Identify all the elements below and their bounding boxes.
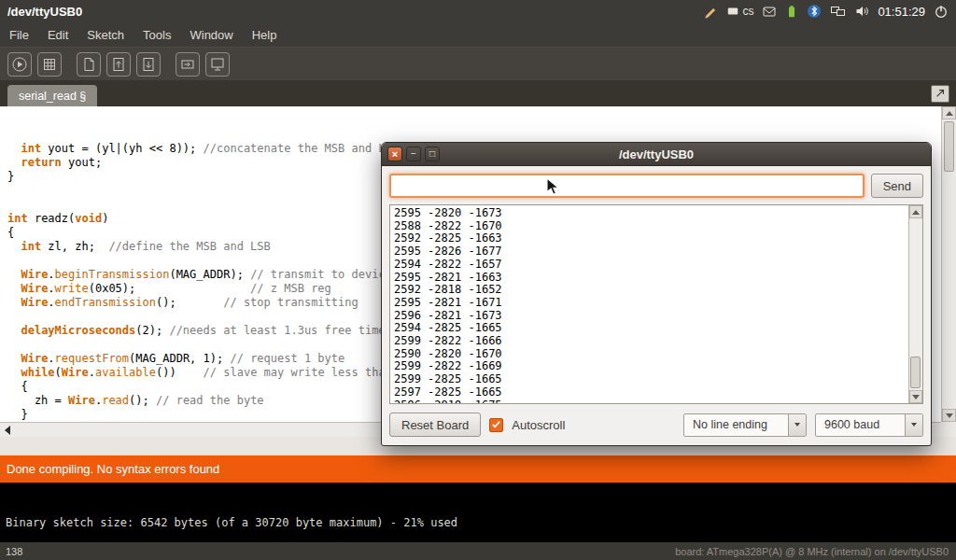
serial-monitor-controls: Reset Board Autoscroll No line ending 96… — [389, 412, 923, 438]
tab-menu-button[interactable] — [931, 85, 949, 103]
keyboard-layout-label: cs — [742, 5, 753, 18]
editor-vertical-scrollbar[interactable] — [941, 106, 956, 422]
verify-button[interactable] — [7, 52, 32, 77]
serial-monitor-window: × − □ /dev/ttyUSB0 Send 2595 -2820 -1673… — [381, 142, 932, 446]
new-sketch-button[interactable] — [77, 52, 101, 77]
serial-scrollbar[interactable] — [908, 205, 922, 403]
editor-vscroll-thumb[interactable] — [944, 121, 954, 172]
close-icon: × — [392, 149, 398, 160]
serial-monitor-button[interactable] — [205, 52, 230, 77]
network-icon[interactable] — [830, 4, 846, 19]
minimize-icon: − — [411, 149, 416, 159]
baud-rate-value: 9600 baud — [816, 418, 905, 431]
close-button[interactable]: × — [387, 147, 402, 161]
autoscroll-label: Autoscroll — [512, 418, 565, 432]
system-tray: cs 01:51:29 — [703, 4, 956, 19]
new-sketch-icon — [80, 56, 97, 73]
save-icon — [140, 56, 157, 73]
board-info: board: ATmega328P(A) @ 8 MHz (internal) … — [675, 546, 956, 557]
desktop: /dev/ttyUSB0 cs 01:51:29 File Edit Sketc… — [0, 0, 956, 560]
verify-icon — [11, 56, 28, 73]
status-message: Done compiling. No syntax errors found — [7, 462, 219, 476]
serial-scroll-up-icon[interactable] — [909, 205, 922, 218]
chevron-down-icon[interactable] — [905, 414, 922, 436]
scroll-down-icon[interactable] — [942, 409, 956, 422]
bluetooth-icon[interactable] — [807, 4, 822, 19]
baud-rate-select[interactable]: 9600 baud — [815, 413, 923, 437]
serial-input[interactable] — [389, 174, 865, 198]
menu-tools[interactable]: Tools — [134, 22, 180, 47]
line-ending-value: No line ending — [684, 418, 788, 431]
status-bar: Done compiling. No syntax errors found — [0, 455, 956, 483]
mail-icon[interactable] — [762, 4, 777, 19]
serial-input-row: Send — [382, 166, 931, 198]
reset-board-button[interactable]: Reset Board — [389, 413, 481, 437]
console: Binary sketch size: 6542 bytes (of a 307… — [0, 483, 956, 542]
minimize-button[interactable]: − — [406, 147, 421, 161]
serial-monitor-icon — [209, 56, 226, 73]
clock[interactable]: 01:51:29 — [878, 5, 925, 19]
scroll-up-icon[interactable] — [942, 106, 956, 119]
tab-serial-read[interactable]: serial_read § — [7, 85, 97, 106]
menu-file[interactable]: File — [0, 22, 38, 47]
dialog-titlebar[interactable]: × − □ /dev/ttyUSB0 — [382, 143, 931, 166]
line-number: 138 — [0, 546, 22, 557]
autoscroll-checkbox[interactable] — [489, 418, 503, 432]
menu-window[interactable]: Window — [180, 22, 242, 47]
scroll-left-icon[interactable] — [5, 426, 10, 435]
stop-icon — [41, 56, 58, 73]
open-icon — [110, 56, 127, 73]
window-title: /dev/ttyUSB0 — [0, 5, 82, 19]
menu-sketch[interactable]: Sketch — [77, 22, 134, 47]
save-button[interactable] — [136, 52, 161, 77]
dialog-title: /dev/ttyUSB0 — [382, 147, 931, 161]
top-panel: /dev/ttyUSB0 cs 01:51:29 — [0, 0, 956, 22]
maximize-icon: □ — [429, 149, 435, 159]
footer: 138 board: ATmega328P(A) @ 8 MHz (intern… — [0, 542, 956, 560]
volume-icon[interactable] — [854, 4, 869, 19]
upload-button[interactable] — [176, 52, 200, 77]
pencil-icon[interactable] — [703, 4, 718, 19]
menu-edit[interactable]: Edit — [38, 22, 77, 47]
serial-scroll-down-icon[interactable] — [909, 390, 922, 403]
menubar: File Edit Sketch Tools Window Help — [0, 22, 956, 47]
upload-icon — [179, 56, 196, 73]
maximize-button[interactable]: □ — [425, 147, 440, 161]
menu-help[interactable]: Help — [243, 22, 287, 47]
line-ending-select[interactable]: No line ending — [683, 413, 807, 437]
send-button[interactable]: Send — [871, 174, 923, 198]
serial-output-area[interactable]: 2595 -2820 -1673 2588 -2822 -1670 2592 -… — [389, 204, 923, 404]
stop-button[interactable] — [37, 52, 62, 77]
power-icon[interactable] — [934, 4, 949, 19]
tab-strip: serial_read § — [0, 80, 956, 106]
open-button[interactable] — [106, 52, 131, 77]
chevron-down-icon[interactable] — [788, 414, 806, 436]
toolbar — [0, 47, 956, 80]
battery-icon[interactable] — [785, 4, 798, 19]
console-text: Binary sketch size: 6542 bytes (of a 307… — [6, 516, 457, 529]
serial-output[interactable]: 2595 -2820 -1673 2588 -2822 -1670 2592 -… — [390, 205, 908, 403]
serial-scroll-thumb[interactable] — [910, 357, 921, 388]
keyboard-layout-icon[interactable]: cs — [726, 5, 753, 18]
checkmark-icon — [491, 416, 501, 433]
window-controls: × − □ — [382, 147, 440, 161]
tab-menu-icon — [935, 86, 946, 103]
